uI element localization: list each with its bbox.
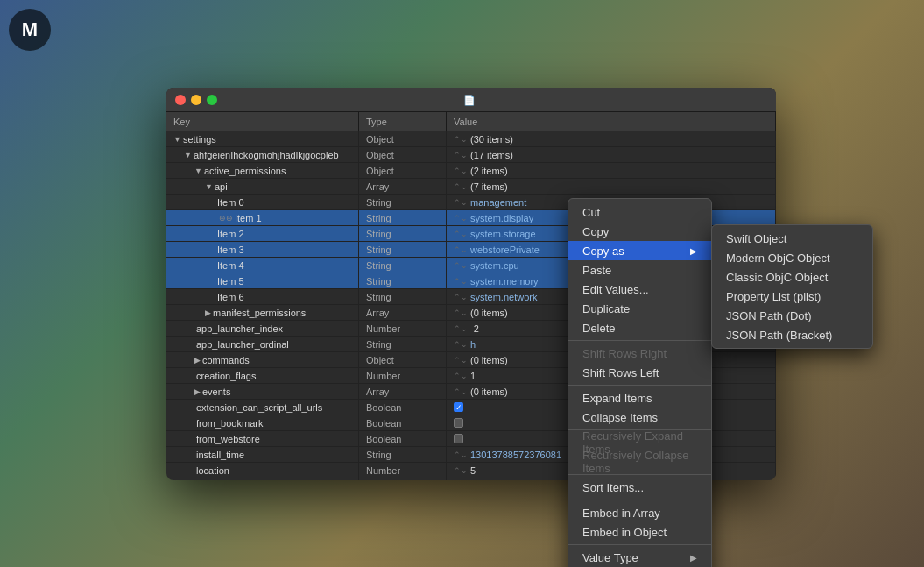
cell-key: from_bookmark	[166, 415, 359, 430]
menu-item-value-type[interactable]: Value Type▶	[568, 548, 711, 567]
menu-item-copy[interactable]: Copy	[568, 222, 711, 241]
menu-item-shift-rows-left[interactable]: Shift Rows Left	[568, 363, 711, 382]
cell-key: ▼settings	[166, 131, 359, 146]
cell-value: ⌃⌄(17 items)	[447, 147, 776, 162]
menu-item-shift-rows-right: Shift Rows Right	[568, 344, 711, 363]
cell-key: Item 5	[166, 273, 359, 288]
cell-type: Boolean	[359, 400, 447, 415]
menu-separator	[568, 340, 711, 341]
cell-key: ▼ahfgeienIhckogmohjhadlkjgocpleb	[166, 147, 359, 162]
cell-type: String	[359, 337, 447, 351]
cell-key: from_webstore	[166, 431, 359, 446]
cell-key: location	[166, 463, 359, 478]
cell-type: Object	[359, 147, 447, 162]
cell-key: Item 0	[166, 195, 359, 209]
cell-type: Boolean	[359, 415, 447, 430]
cell-type: Number	[359, 368, 447, 383]
cell-type: Number	[359, 463, 447, 478]
cell-type: String	[359, 447, 447, 462]
menu-item-cut[interactable]: Cut	[568, 202, 711, 222]
traffic-lights	[175, 95, 217, 105]
cell-value: ⌃⌄(7 items)	[447, 179, 776, 194]
menu-item-edit-values[interactable]: Edit Values...	[568, 280, 711, 299]
cell-type: String	[359, 226, 447, 241]
cell-value: ⌃⌄(30 items)	[447, 131, 776, 146]
cell-type: Array	[359, 179, 447, 194]
submenu-item-classic-objc-object[interactable]: Classic ObjC Object	[712, 267, 872, 287]
menu-item-embed-in-object[interactable]: Embed in Object	[568, 522, 711, 542]
menu-item-collapse-items[interactable]: Collapse Items	[568, 408, 711, 427]
cell-type: Array	[359, 384, 447, 399]
menu-item-duplicate[interactable]: Duplicate	[568, 299, 711, 318]
minimize-button[interactable]	[191, 95, 201, 105]
cell-type: String	[359, 258, 447, 273]
cell-type: Number	[359, 321, 447, 336]
submenu-item-json-path-bracket[interactable]: JSON Path (Bracket)	[712, 325, 872, 344]
cell-key: Item 4	[166, 258, 359, 273]
cell-key: Item 3	[166, 242, 359, 257]
cell-key: ▼active_permissions	[166, 163, 359, 178]
watermark-icon: M	[9, 9, 51, 51]
cell-key: ▶manifest_permissions	[166, 305, 359, 320]
cell-key: ▼manifest	[166, 478, 359, 480]
menu-separator	[568, 500, 711, 500]
cell-key: ▼api	[166, 179, 359, 194]
cell-key: app_launcher_ordinal	[166, 337, 359, 351]
menu-item-sort-items[interactable]: Sort Items...	[568, 478, 711, 497]
cell-type: String	[359, 289, 447, 304]
submenu-arrow-icon: ▶	[690, 553, 697, 563]
cell-key: app_launcher_index	[166, 321, 359, 336]
titlebar: 📄	[166, 88, 776, 112]
fullscreen-button[interactable]	[207, 95, 217, 105]
submenu-arrow-icon: ▶	[690, 246, 697, 256]
close-button[interactable]	[175, 95, 186, 105]
cell-type: Object	[359, 163, 447, 178]
menu-item-copy-as[interactable]: Copy as▶	[568, 241, 711, 260]
cell-key: Item 2	[166, 226, 359, 241]
context-menu[interactable]: CutCopyCopy as▶PasteEdit Values...Duplic…	[568, 198, 712, 567]
cell-key: Item 6	[166, 289, 359, 304]
cell-type: String	[359, 273, 447, 288]
cell-key: install_time	[166, 447, 359, 462]
submenu-copy-as[interactable]: Swift ObjectModern ObjC ObjectClassic Ob…	[711, 224, 873, 349]
table-row[interactable]: ▼ahfgeienIhckogmohjhadlkjgocplebObject⌃⌄…	[166, 147, 776, 163]
cell-type: String	[359, 195, 447, 209]
submenu-item-modern-objc-object[interactable]: Modern ObjC Object	[712, 248, 872, 267]
cell-value: ⌃⌄(2 items)	[447, 163, 776, 178]
cell-type: Object	[359, 131, 447, 146]
cell-key: ▶commands	[166, 352, 359, 367]
cell-key: creation_flags	[166, 368, 359, 383]
table-header: Key Type Value	[166, 112, 776, 131]
watermark: M	[9, 9, 58, 51]
table-row[interactable]: ▼active_permissionsObject⌃⌄(2 items)	[166, 163, 776, 179]
cell-type: String	[359, 210, 447, 225]
menu-item-recursively-collapse-items: Recursively Collapse Items	[568, 452, 711, 471]
header-key: Key	[166, 112, 359, 131]
header-type: Type	[359, 112, 447, 131]
cell-key: extension_can_script_all_urls	[166, 400, 359, 415]
cell-type: Array	[359, 305, 447, 320]
cell-type: Object	[359, 478, 447, 480]
submenu-item-swift-object[interactable]: Swift Object	[712, 229, 872, 248]
table-row[interactable]: ▼settingsObject⌃⌄(30 items)	[166, 131, 776, 147]
menu-separator	[568, 544, 711, 545]
menu-item-paste[interactable]: Paste	[568, 260, 711, 280]
table-row[interactable]: ▼apiArray⌃⌄(7 items)	[166, 179, 776, 195]
menu-separator	[568, 385, 711, 386]
header-value: Value	[447, 112, 776, 131]
menu-item-delete[interactable]: Delete	[568, 318, 711, 337]
cell-type: String	[359, 242, 447, 257]
file-icon: 📄	[463, 95, 476, 105]
submenu-item-json-path-dot[interactable]: JSON Path (Dot)	[712, 306, 872, 325]
menu-item-embed-in-array[interactable]: Embed in Array	[568, 503, 711, 522]
cell-key: ▶events	[166, 384, 359, 399]
menu-item-expand-items[interactable]: Expand Items	[568, 388, 711, 408]
window-title: 📄	[463, 94, 479, 106]
cell-type: Object	[359, 352, 447, 367]
cell-key: ⊕⊖Item 1	[166, 210, 359, 225]
submenu-item-property-list-plist[interactable]: Property List (plist)	[712, 287, 872, 306]
cell-type: Boolean	[359, 431, 447, 446]
